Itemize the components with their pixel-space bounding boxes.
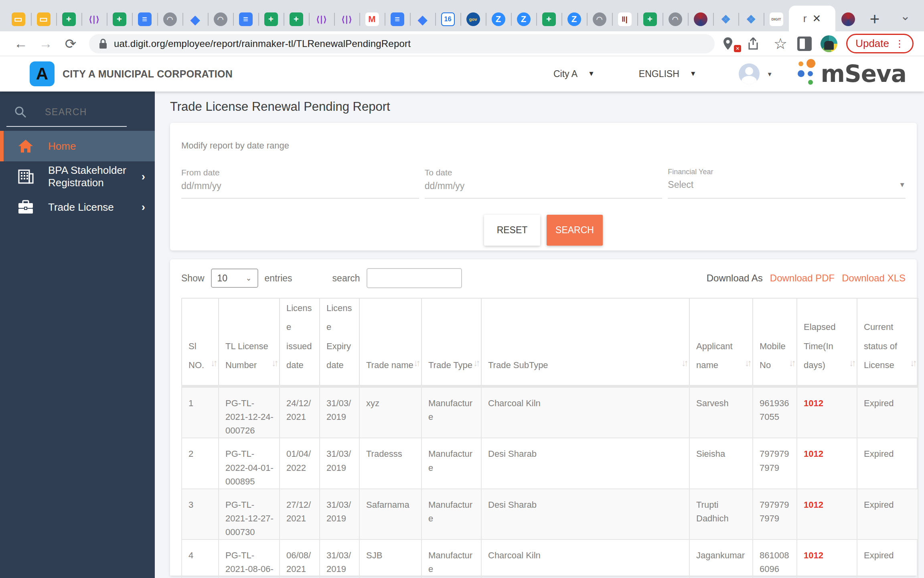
browser-tab-slides[interactable]: ▭ (31, 7, 56, 31)
sheets-favicon: + (542, 12, 556, 26)
browser-menu-icon[interactable]: ⋮ (895, 38, 904, 49)
column-header-label: Trade Type (428, 360, 472, 370)
sort-icon[interactable]: ↓↑ (211, 353, 216, 373)
browser-tab-diamond[interactable]: ◆ (182, 7, 208, 31)
browser-tab-swirl[interactable] (835, 7, 861, 31)
chevron-right-icon: › (142, 201, 145, 214)
browser-tab-sheets[interactable]: + (56, 7, 81, 31)
table-search-input[interactable] (367, 268, 462, 288)
browser-tab-sheets[interactable]: + (258, 7, 284, 31)
download-pdf-link[interactable]: Download PDF (770, 273, 835, 284)
gmail-favicon: M (365, 12, 379, 26)
browser-tab-slides[interactable]: ▭ (6, 7, 31, 31)
sort-icon[interactable]: ↓↑ (473, 353, 478, 373)
cell-sl-no-: 4 (182, 539, 219, 578)
browser-tab-globe[interactable]: ◠ (157, 7, 182, 31)
browser-tab-egov[interactable]: gov (460, 7, 486, 31)
browser-tab-docs[interactable]: ≡ (233, 7, 258, 31)
browser-tab-digit[interactable]: DIGIT (764, 7, 789, 31)
address-bar[interactable]: uat.digit.org/employee/report/rainmaker-… (89, 34, 715, 53)
browser-tab-swirl[interactable] (688, 7, 713, 31)
browser-tab-calendar[interactable]: 16 (435, 7, 460, 31)
browser-tab-zoom[interactable]: Z (511, 7, 536, 31)
sidebar-search[interactable] (6, 104, 127, 127)
column-header-trade-name[interactable]: Trade name↓↑ (359, 298, 421, 387)
cell-trade-subtype: Desi Sharab (481, 489, 689, 539)
city-value: City A (553, 69, 578, 79)
page-size-select[interactable]: 10 ⌄ (211, 269, 258, 288)
browser-tab-gmail[interactable]: M (359, 7, 385, 31)
user-menu-chevron-icon[interactable]: ▼ (767, 71, 773, 77)
sort-icon[interactable]: ↓↑ (745, 353, 750, 373)
column-header-current-status-of-license[interactable]: Current status of License↓↑ (857, 298, 918, 387)
side-panel-icon[interactable] (797, 37, 812, 51)
city-selector[interactable]: City A ▼ (553, 69, 595, 79)
browser-tab-diamond[interactable]: ◆ (410, 7, 435, 31)
forward-icon[interactable]: → (35, 36, 56, 51)
sort-icon[interactable]: ↓↑ (910, 353, 915, 373)
mseva-logo-dots (797, 58, 818, 90)
sheets-favicon: + (113, 12, 126, 26)
egov-favicon: gov (466, 12, 480, 26)
user-avatar[interactable] (739, 63, 760, 84)
browser-tab-docs[interactable]: ≡ (132, 7, 157, 31)
browser-tab-globe[interactable]: ◠ (587, 7, 612, 31)
filter-heading: Modify report by date range (181, 140, 906, 151)
cell-current-status-of-license: Expired (857, 539, 918, 578)
active-tab[interactable]: r✕ (789, 6, 835, 31)
column-header-trade-type[interactable]: Trade Type↓↑ (421, 298, 481, 387)
column-header-trade-subtype[interactable]: Trade SubType↓↑ (481, 298, 689, 387)
chrome-update-button[interactable]: Update ⋮ (846, 34, 914, 53)
column-header-mobile-no[interactable]: Mobile No↓↑ (753, 298, 797, 387)
browser-tab-feather[interactable]: ❖ (738, 7, 764, 31)
browser-tab-code[interactable]: ⟨∣⟩ (81, 7, 107, 31)
browser-tab-feather[interactable]: ❖ (713, 7, 738, 31)
sidebar-search-input[interactable] (45, 107, 113, 118)
share-icon[interactable] (748, 37, 764, 51)
chevron-right-icon: › (142, 170, 145, 183)
reload-icon[interactable]: ⟳ (60, 36, 81, 52)
tab-close-icon[interactable]: ✕ (812, 12, 821, 25)
sort-icon[interactable]: ↓↑ (789, 353, 794, 373)
browser-tab-stripes[interactable]: ‖| (612, 7, 637, 31)
sort-icon[interactable]: ↓↑ (849, 353, 854, 373)
column-header-tl-license-number[interactable]: TL License Number↓↑ (219, 298, 280, 387)
sidebar-item-home[interactable]: Home (0, 131, 155, 161)
browser-tab-globe[interactable]: ◠ (663, 7, 688, 31)
language-selector[interactable]: ENGLISH ▼ (639, 69, 697, 79)
browser-tab-zoom[interactable]: Z (561, 7, 587, 31)
browser-tab-code[interactable]: ⟨∣⟩ (309, 7, 334, 31)
sort-icon[interactable]: ↓↑ (681, 353, 687, 373)
sort-icon[interactable]: ↓↑ (413, 353, 419, 373)
bookmark-star-icon[interactable]: ☆ (772, 35, 788, 53)
browser-tab-zoom[interactable]: Z (486, 7, 511, 31)
browser-tab-sheets[interactable]: + (637, 7, 663, 31)
column-header-elapsed-time-in-days-[interactable]: Elapsed Time(In days)↓↑ (797, 298, 857, 387)
from-date-field[interactable]: From date dd/mm/yy (181, 168, 419, 199)
sidebar: HomeBPA Stakeholder Registration›Trade L… (0, 92, 155, 578)
browser-tab-sheets[interactable]: + (536, 7, 561, 31)
column-header-applicant-name[interactable]: Applicant name↓↑ (689, 298, 753, 387)
browser-tab-docs[interactable]: ≡ (385, 7, 410, 31)
tab-overflow-chevron-icon[interactable]: ⌄ (900, 9, 910, 23)
back-icon[interactable]: ← (10, 36, 31, 51)
to-date-field[interactable]: To date dd/mm/yy (425, 168, 663, 199)
browser-tab-sheets[interactable]: + (107, 7, 132, 31)
column-header-sl-no-[interactable]: Sl NO.↓↑ (182, 298, 219, 387)
browser-tab-sheets[interactable]: + (284, 7, 309, 31)
new-tab-button[interactable]: + (861, 7, 889, 31)
sidebar-item-trade-license[interactable]: Trade License› (0, 192, 155, 222)
reset-button[interactable]: RESET (484, 215, 540, 246)
search-button[interactable]: SEARCH (547, 215, 603, 246)
cell-license-issued-date: 24/12/2021 (280, 387, 320, 438)
browser-profile-avatar[interactable] (821, 35, 837, 52)
browser-tab-globe[interactable]: ◠ (208, 7, 233, 31)
location-blocked-icon[interactable]: ✕ (723, 37, 739, 51)
download-xls-link[interactable]: Download XLS (842, 273, 906, 284)
cell-trade-type: Manufacture (421, 539, 481, 578)
sort-icon[interactable]: ↓↑ (272, 353, 277, 373)
browser-tab-code[interactable]: ⟨∣⟩ (334, 7, 359, 31)
cell-trade-name: xyz (359, 387, 421, 438)
sidebar-item-bpa-stakeholder-registration[interactable]: BPA Stakeholder Registration› (0, 161, 155, 192)
financial-year-select[interactable]: Financial Year Select ▼ (668, 168, 906, 199)
